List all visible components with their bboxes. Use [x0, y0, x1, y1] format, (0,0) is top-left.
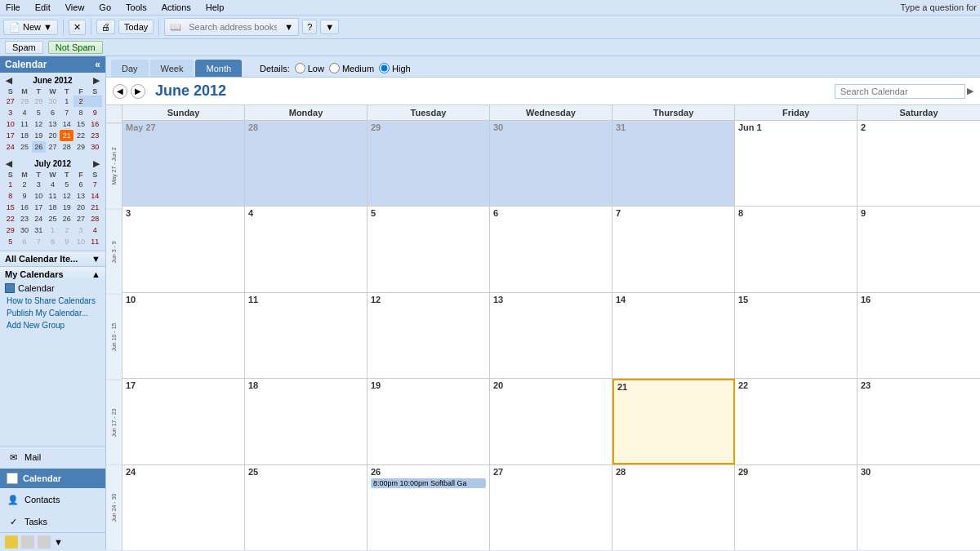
day-cell-30[interactable]: 30	[490, 121, 612, 206]
calendar-item[interactable]: Calendar	[0, 282, 105, 295]
mini-day[interactable]: 30	[46, 96, 60, 107]
mini-day[interactable]: 9	[88, 107, 102, 118]
day-cell-14[interactable]: 14	[612, 293, 735, 378]
day-cell-21-today[interactable]: 21	[612, 379, 735, 464]
new-button[interactable]: 📄 New ▼	[3, 20, 58, 35]
mini-day[interactable]: 19	[32, 130, 46, 141]
day-cell-16[interactable]: 16	[858, 293, 980, 378]
folder-icon[interactable]	[5, 535, 18, 549]
day-cell-17[interactable]: 17	[122, 379, 245, 464]
mini-day-today[interactable]: 21	[60, 130, 74, 141]
detail-high-label[interactable]: High	[379, 63, 411, 73]
tab-month[interactable]: Month	[195, 60, 242, 77]
delete-button[interactable]: ✕	[69, 20, 86, 35]
mini-day[interactable]: 23	[88, 130, 102, 141]
help-button[interactable]: ?	[302, 20, 317, 34]
day-cell-26[interactable]: 26 8:00pm 10:00pm Softball Ga	[368, 465, 490, 550]
mini-day[interactable]: 2	[74, 96, 87, 107]
spam-button[interactable]: Spam	[5, 41, 43, 54]
mini-day[interactable]: 13	[46, 118, 60, 130]
mini-day[interactable]: 25	[17, 141, 31, 153]
calendar-search-input[interactable]	[835, 84, 965, 99]
day-cell-3[interactable]: 3	[122, 207, 245, 291]
day-cell-may27[interactable]: May 27	[122, 121, 245, 206]
menu-actions[interactable]: Actions	[159, 2, 194, 13]
detail-medium-label[interactable]: Medium	[329, 63, 374, 73]
mini-day[interactable]: 29	[74, 141, 87, 153]
day-cell-8[interactable]: 8	[735, 207, 858, 291]
today-button[interactable]: Today	[118, 20, 154, 34]
mini-day[interactable]: 24	[3, 141, 17, 153]
mini-day[interactable]: 16	[88, 118, 102, 130]
mini-day[interactable]: 6	[46, 107, 60, 118]
mini-day[interactable]: 11	[17, 118, 31, 130]
day-cell-11[interactable]: 11	[245, 293, 368, 378]
mini-day[interactable]: 22	[74, 130, 87, 141]
day-cell-10[interactable]: 10	[122, 293, 245, 378]
mini-day[interactable]: 20	[46, 130, 60, 141]
detail-high-radio[interactable]	[379, 63, 390, 73]
detail-low-radio[interactable]	[295, 63, 305, 73]
day-cell-jun2[interactable]: 2	[858, 121, 980, 206]
tab-week[interactable]: Week	[150, 60, 194, 77]
day-cell-4[interactable]: 4	[245, 207, 368, 291]
mini-day[interactable]: 15	[74, 118, 87, 130]
sidebar-collapse-icon[interactable]: «	[95, 59, 100, 70]
mini-day[interactable]	[88, 96, 102, 107]
day-cell-30[interactable]: 30	[858, 465, 980, 550]
settings-icon[interactable]	[38, 535, 51, 549]
menu-help[interactable]: Help	[203, 2, 227, 13]
day-cell-5[interactable]: 5	[368, 207, 490, 291]
all-calendar-header[interactable]: All Calendar Ite... ▼	[0, 251, 105, 266]
mini-day[interactable]: 27	[3, 96, 17, 107]
mini-day[interactable]: 30	[88, 141, 102, 153]
menu-go[interactable]: Go	[96, 2, 114, 13]
day-cell-27[interactable]: 27	[490, 465, 612, 550]
day-cell-9[interactable]: 9	[858, 207, 980, 291]
mini-day[interactable]: 14	[60, 118, 74, 130]
day-cell-28[interactable]: 28	[612, 465, 735, 550]
publish-calendar-link[interactable]: Publish My Calendar...	[0, 307, 105, 319]
mini-day[interactable]: 28	[60, 141, 74, 153]
mini-day[interactable]: 8	[74, 107, 87, 118]
day-cell-29[interactable]: 29	[368, 121, 490, 206]
nav-tasks[interactable]: ✓ Tasks	[0, 511, 105, 532]
tab-day[interactable]: Day	[111, 60, 149, 77]
add-new-group-link[interactable]: Add New Group	[0, 319, 105, 331]
mini-day[interactable]: 27	[46, 141, 60, 153]
mini-day[interactable]: 17	[3, 130, 17, 141]
mini-day[interactable]: 26	[32, 141, 46, 153]
not-spam-button[interactable]: Not Spam	[48, 41, 103, 54]
cal-prev-button[interactable]: ◀	[113, 84, 127, 99]
day-cell-12[interactable]: 12	[368, 293, 490, 378]
july-prev-btn[interactable]: ◀	[3, 159, 15, 168]
day-cell-23[interactable]: 23	[858, 379, 980, 464]
day-cell-19[interactable]: 19	[368, 379, 490, 464]
my-calendars-header[interactable]: My Calendars ▲	[0, 267, 105, 282]
mini-day[interactable]: 10	[3, 118, 17, 130]
detail-medium-radio[interactable]	[329, 63, 340, 73]
day-cell-25[interactable]: 25	[245, 465, 368, 550]
softball-event[interactable]: 8:00pm 10:00pm Softball Ga	[371, 478, 486, 488]
mini-day[interactable]: 28	[17, 96, 31, 107]
day-cell-22[interactable]: 22	[735, 379, 858, 464]
mini-day[interactable]: 18	[17, 130, 31, 141]
day-cell-7[interactable]: 7	[612, 207, 735, 291]
expand-button[interactable]: ▼	[320, 20, 339, 34]
june-next-btn[interactable]: ▶	[91, 76, 102, 85]
day-cell-20[interactable]: 20	[490, 379, 612, 464]
how-to-share-link[interactable]: How to Share Calendars	[0, 295, 105, 307]
day-cell-15[interactable]: 15	[735, 293, 858, 378]
menu-edit[interactable]: Edit	[33, 2, 53, 13]
menu-file[interactable]: File	[3, 2, 23, 13]
mini-day[interactable]: 5	[32, 107, 46, 118]
mini-day[interactable]: 7	[60, 107, 74, 118]
detail-low-label[interactable]: Low	[295, 63, 324, 73]
mini-day[interactable]: 3	[3, 107, 17, 118]
nav-mail[interactable]: ✉ Mail	[0, 447, 105, 468]
print-button[interactable]: 🖨	[96, 20, 115, 34]
search-address-input[interactable]	[184, 20, 282, 33]
mini-day[interactable]: 12	[32, 118, 46, 130]
expand-bottom-icon[interactable]: ▼	[54, 537, 63, 547]
day-cell-31[interactable]: 31	[612, 121, 735, 206]
